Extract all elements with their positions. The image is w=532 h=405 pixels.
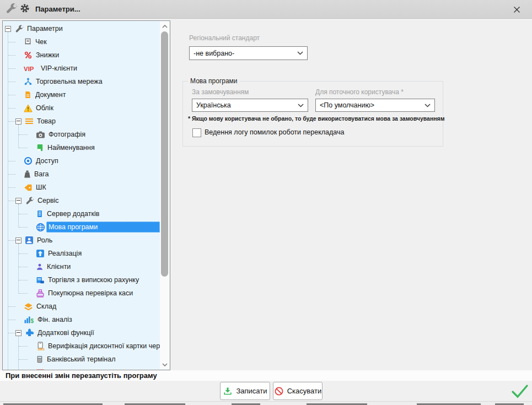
tree-item-receipt[interactable]: Чек	[3, 35, 160, 48]
tree-item-label[interactable]: Мова програми	[46, 222, 160, 233]
tree-item-label[interactable]: Клієнти	[45, 261, 73, 272]
tree-item-network[interactable]: Торговельна мережа	[3, 75, 160, 88]
svg-text:SMS: SMS	[37, 348, 45, 351]
wrench-icon	[25, 196, 34, 205]
cash-register-icon	[36, 289, 45, 298]
percent-icon	[24, 51, 33, 60]
tree-item-label[interactable]: Роль	[35, 235, 55, 246]
close-button[interactable]	[509, 2, 524, 17]
tree-item-vip[interactable]: VIPVIP-клієнти	[3, 62, 160, 75]
tree-item-chart[interactable]: $Фін. аналіз	[3, 313, 160, 326]
tree-item-wrench[interactable]: Сервіс	[3, 194, 160, 207]
regional-standard-select[interactable]: -не вибрано-	[189, 46, 308, 60]
puzzle-icon	[25, 328, 34, 337]
svg-text:VIP: VIP	[24, 66, 34, 72]
tree-item-label[interactable]: Сервер додатків	[45, 208, 101, 219]
tree-item-label[interactable]: Облік	[34, 102, 56, 114]
tree-item-eye[interactable]: Доступ	[3, 154, 160, 168]
wrench-icon	[14, 24, 24, 33]
tree-item-globe[interactable]: Мова програми	[3, 220, 160, 234]
tree-item-label[interactable]: Сервіс	[35, 195, 61, 206]
tree-item-label[interactable]: Торгівля з випискою рахунку	[46, 274, 141, 285]
tree-item-label[interactable]: VIP-клієнти	[39, 63, 79, 74]
tree-item-wrench[interactable]: Параметри	[3, 22, 160, 35]
tree-item-stats[interactable]: Ведення статистики закритих періодів	[3, 366, 160, 370]
tree-item-label[interactable]: Фотографія	[46, 129, 88, 140]
log-errors-checkbox[interactable]	[192, 128, 201, 137]
tree-connector	[8, 201, 15, 201]
save-button[interactable]: Записати	[220, 382, 270, 400]
tree-item-arrow-up[interactable]: Реалізація	[3, 247, 160, 260]
tree-connector	[8, 82, 15, 82]
tree-item-cash-register[interactable]: Покупюрна перевірка каси	[3, 287, 160, 300]
tree-item-label[interactable]: Вага	[32, 169, 51, 180]
success-check-icon[interactable]	[510, 383, 530, 402]
user-language-select[interactable]: <По умолчанию>	[315, 99, 435, 112]
cancel-icon	[274, 386, 284, 396]
tree-item-client[interactable]: Клієнти	[3, 260, 160, 273]
server-icon	[36, 209, 44, 218]
tree-item-label[interactable]: Торговельна мережа	[34, 76, 105, 87]
tree-item-label[interactable]: Параметри	[25, 23, 65, 34]
tree-item-label[interactable]: Покупюрна перевірка каси	[46, 288, 135, 299]
tree-item-server[interactable]: Сервер додатків	[3, 207, 160, 220]
tree-connector	[8, 306, 15, 307]
tree-item-label[interactable]: Товар	[35, 116, 58, 127]
tree-item-puzzle[interactable]: Додаткові функції	[3, 326, 160, 339]
expander-spacer	[15, 92, 22, 98]
tree-item-naming[interactable]: Найменування	[3, 141, 160, 154]
tree-item-label[interactable]: Найменування	[45, 142, 97, 153]
tree-item-tag[interactable]: ШК	[3, 181, 160, 194]
expander-spacer	[28, 290, 34, 296]
expander-minus-icon[interactable]	[5, 26, 11, 32]
tree-item-camera[interactable]: Фотографія	[3, 128, 160, 141]
tree-item-label[interactable]: Склад	[34, 301, 58, 312]
scroll-up-icon[interactable]	[160, 22, 169, 30]
tree-item-label[interactable]: Чек	[33, 36, 49, 47]
svg-text:$: $	[31, 318, 34, 324]
tree-item-role[interactable]: Роль	[3, 234, 160, 247]
expander-minus-icon[interactable]	[15, 118, 22, 125]
tree-item-label[interactable]: ШК	[34, 182, 49, 193]
tree-item-terminal[interactable]: Банківський термінал	[3, 353, 160, 366]
language-footnote: * Якщо мову користувача не обрано, то бу…	[188, 115, 444, 122]
default-language-select[interactable]: Українська	[192, 99, 308, 112]
expander-spacer	[15, 317, 22, 323]
settings-tree: ПараметриЧекЗнижкиVIPVIP-клієнтиТорговел…	[2, 20, 170, 370]
expander-minus-icon[interactable]	[15, 198, 22, 204]
scroll-down-icon[interactable]	[160, 360, 169, 369]
tree-item-label[interactable]: Доступ	[34, 155, 61, 166]
chevron-down-icon	[424, 104, 431, 107]
tree-item-layers[interactable]: Склад	[3, 300, 160, 313]
network-icon	[24, 77, 33, 86]
expander-spacer	[28, 357, 34, 363]
tree-item-weight[interactable]: Вага	[3, 168, 160, 181]
cancel-button[interactable]: Скасувати	[273, 382, 323, 400]
expander-minus-icon[interactable]	[15, 237, 22, 244]
tree-item-warning[interactable]: Облік	[3, 101, 160, 115]
save-icon	[223, 386, 233, 396]
tree-item-label[interactable]: Верифікація дисконтної картки через смс	[46, 341, 160, 352]
tree-item-percent[interactable]: Знижки	[3, 48, 160, 62]
tree-item-label[interactable]: Додаткові функції	[35, 327, 96, 338]
cancel-button-label: Скасувати	[287, 387, 322, 395]
expander-spacer	[28, 224, 34, 230]
tree-item-list[interactable]: Товар	[3, 115, 160, 128]
tree-scrollbar[interactable]	[160, 21, 169, 369]
tree-item-label[interactable]: Фін. аналіз	[35, 314, 74, 325]
regional-standard-label: Регіональний стандарт	[189, 34, 260, 42]
expander-minus-icon[interactable]	[15, 330, 22, 336]
document-icon	[24, 90, 32, 99]
tree-item-label[interactable]: Банківський термінал	[45, 354, 117, 365]
expander-spacer	[15, 79, 22, 85]
scroll-thumb[interactable]	[161, 31, 168, 277]
tree-item-label[interactable]: Реалізація	[46, 248, 84, 259]
tree-item-invoice[interactable]: Торгівля з випискою рахунку	[3, 273, 160, 287]
tree-item-label[interactable]: Знижки	[34, 50, 61, 61]
tree-item-label[interactable]: Документ	[33, 89, 68, 100]
user-language-label: Для поточного користувача *	[315, 88, 404, 96]
log-errors-checkbox-label[interactable]: Ведення логу помилок роботи перекладача	[205, 128, 344, 136]
tree-item-sms[interactable]: SMSВерифікація дисконтної картки через с…	[3, 339, 160, 353]
tree-item-document[interactable]: Документ	[3, 88, 160, 101]
tree-connector	[8, 174, 15, 175]
